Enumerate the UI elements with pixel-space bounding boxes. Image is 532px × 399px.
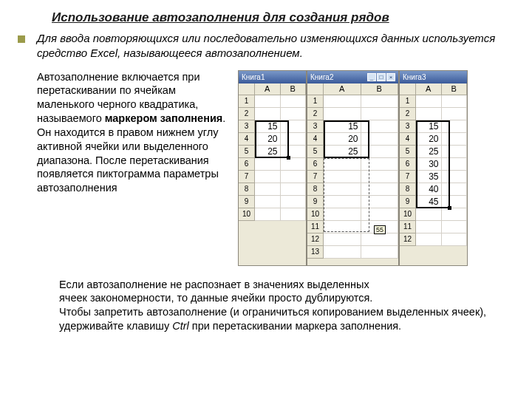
cell[interactable]: 30 bbox=[416, 158, 442, 171]
cell[interactable] bbox=[442, 171, 468, 183]
cell[interactable] bbox=[442, 146, 468, 158]
cell[interactable] bbox=[442, 108, 468, 120]
row-header[interactable]: 9 bbox=[307, 196, 324, 208]
cell[interactable] bbox=[361, 246, 399, 259]
col-header[interactable]: A bbox=[416, 83, 442, 95]
row-header[interactable]: 11 bbox=[307, 221, 324, 233]
select-all-corner[interactable] bbox=[400, 83, 416, 95]
cell[interactable]: 45 bbox=[416, 196, 442, 208]
cell[interactable] bbox=[324, 233, 361, 246]
cell[interactable] bbox=[442, 120, 468, 133]
cell[interactable]: 20 bbox=[324, 133, 361, 146]
cell[interactable] bbox=[324, 221, 361, 233]
cell[interactable] bbox=[281, 108, 307, 120]
cell[interactable] bbox=[281, 208, 307, 221]
cell[interactable] bbox=[416, 95, 442, 108]
row-header[interactable]: 12 bbox=[400, 233, 416, 246]
cell[interactable] bbox=[255, 95, 281, 108]
cell[interactable] bbox=[281, 95, 307, 108]
row-header[interactable]: 2 bbox=[400, 108, 416, 120]
row-header[interactable]: 3 bbox=[400, 120, 416, 133]
select-all-corner[interactable] bbox=[307, 83, 324, 95]
cell[interactable] bbox=[324, 196, 361, 208]
cell[interactable]: 15 bbox=[255, 120, 281, 133]
maximize-icon[interactable]: □ bbox=[377, 73, 386, 81]
row-header[interactable]: 10 bbox=[400, 208, 416, 221]
cell[interactable] bbox=[255, 158, 281, 171]
cell[interactable] bbox=[255, 196, 281, 208]
row-header[interactable]: 5 bbox=[307, 146, 324, 158]
row-header[interactable]: 2 bbox=[307, 108, 324, 120]
cell[interactable] bbox=[281, 171, 307, 183]
col-header[interactable]: B bbox=[442, 83, 468, 95]
row-header[interactable]: 4 bbox=[239, 133, 255, 146]
cell[interactable] bbox=[416, 233, 442, 246]
cell[interactable]: 25 bbox=[255, 146, 281, 158]
row-header[interactable]: 1 bbox=[239, 95, 255, 108]
cell[interactable] bbox=[416, 108, 442, 120]
cell[interactable] bbox=[255, 108, 281, 120]
row-header[interactable]: 5 bbox=[400, 146, 416, 158]
row-header[interactable]: 4 bbox=[400, 133, 416, 146]
cell[interactable] bbox=[442, 233, 468, 246]
cell[interactable] bbox=[324, 95, 361, 108]
row-header[interactable]: 7 bbox=[307, 171, 324, 183]
cell[interactable]: 35 bbox=[416, 171, 442, 183]
cell[interactable]: 25 bbox=[416, 146, 442, 158]
row-header[interactable]: 6 bbox=[307, 158, 324, 171]
cell[interactable]: 15 bbox=[324, 120, 361, 133]
row-header[interactable]: 7 bbox=[400, 171, 416, 183]
row-header[interactable]: 7 bbox=[239, 171, 255, 183]
cell[interactable] bbox=[361, 95, 399, 108]
cell[interactable]: 15 bbox=[416, 120, 442, 133]
cell[interactable] bbox=[361, 208, 399, 221]
cell[interactable] bbox=[361, 108, 399, 120]
cell[interactable] bbox=[361, 233, 399, 246]
col-header[interactable]: B bbox=[361, 83, 399, 95]
cell[interactable] bbox=[361, 146, 399, 158]
cell[interactable] bbox=[324, 246, 361, 259]
cell[interactable] bbox=[281, 133, 307, 146]
col-header[interactable]: B bbox=[281, 83, 307, 95]
select-all-corner[interactable] bbox=[239, 83, 255, 95]
cell[interactable]: 20 bbox=[416, 133, 442, 146]
minimize-icon[interactable]: _ bbox=[367, 73, 376, 81]
row-header[interactable]: 11 bbox=[400, 221, 416, 233]
cell[interactable] bbox=[361, 183, 399, 196]
cell[interactable] bbox=[324, 171, 361, 183]
row-header[interactable]: 1 bbox=[307, 95, 324, 108]
cell[interactable] bbox=[281, 158, 307, 171]
fill-handle[interactable] bbox=[287, 156, 290, 160]
row-header[interactable]: 12 bbox=[307, 233, 324, 246]
row-header[interactable]: 1 bbox=[400, 95, 416, 108]
cell[interactable] bbox=[442, 183, 468, 196]
cell[interactable] bbox=[361, 171, 399, 183]
row-header[interactable]: 9 bbox=[400, 196, 416, 208]
col-header[interactable]: A bbox=[255, 83, 281, 95]
fill-handle[interactable] bbox=[448, 206, 451, 210]
cell[interactable]: 25 bbox=[324, 146, 361, 158]
cell[interactable] bbox=[442, 133, 468, 146]
cell[interactable] bbox=[361, 133, 399, 146]
cell[interactable] bbox=[255, 171, 281, 183]
row-header[interactable]: 5 bbox=[239, 146, 255, 158]
cell[interactable] bbox=[324, 158, 361, 171]
row-header[interactable]: 8 bbox=[400, 183, 416, 196]
cell[interactable] bbox=[281, 196, 307, 208]
cell[interactable] bbox=[281, 183, 307, 196]
row-header[interactable]: 2 bbox=[239, 108, 255, 120]
row-header[interactable]: 10 bbox=[239, 208, 255, 221]
row-header[interactable]: 3 bbox=[307, 120, 324, 133]
row-header[interactable]: 10 bbox=[307, 208, 324, 221]
cell[interactable] bbox=[361, 120, 399, 133]
row-header[interactable]: 3 bbox=[239, 120, 255, 133]
row-header[interactable]: 13 bbox=[307, 246, 324, 259]
cell[interactable] bbox=[324, 183, 361, 196]
cell[interactable] bbox=[324, 208, 361, 221]
cell[interactable] bbox=[442, 196, 468, 208]
cell[interactable] bbox=[361, 196, 399, 208]
cell[interactable] bbox=[281, 120, 307, 133]
cell[interactable] bbox=[416, 221, 442, 233]
cell[interactable] bbox=[324, 108, 361, 120]
cell[interactable] bbox=[416, 208, 442, 221]
